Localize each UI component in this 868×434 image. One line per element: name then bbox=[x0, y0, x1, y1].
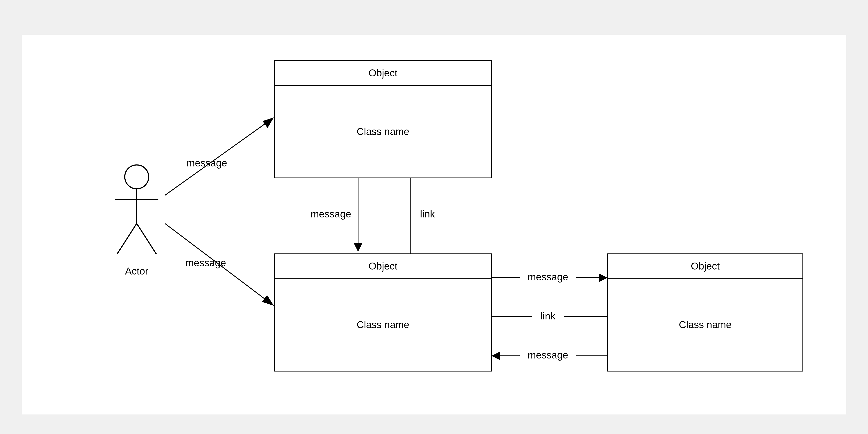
label-obj3-obj2-bot: message bbox=[528, 349, 568, 361]
diagram-svg: Actor Object Class name Object Class nam… bbox=[22, 35, 846, 414]
svg-marker-14 bbox=[262, 295, 274, 306]
object-box-2: Object Class name bbox=[275, 254, 492, 371]
connection-obj2-obj3-top: message bbox=[492, 271, 608, 284]
label-obj2-obj3-mid: link bbox=[540, 310, 556, 321]
connection-obj3-obj2-bot: message bbox=[492, 349, 608, 362]
svg-line-4 bbox=[137, 223, 156, 254]
svg-marker-16 bbox=[354, 243, 362, 252]
label-actor-obj1: message bbox=[187, 157, 227, 168]
svg-marker-12 bbox=[262, 117, 274, 128]
connection-obj1-obj2-link: link bbox=[410, 178, 435, 254]
label-obj1-obj2-arrow: message bbox=[311, 208, 351, 220]
connection-actor-obj2: message bbox=[165, 223, 274, 306]
connection-obj2-obj3-mid: link bbox=[492, 310, 608, 323]
svg-marker-19 bbox=[599, 273, 608, 282]
diagram-canvas: Actor Object Class name Object Class nam… bbox=[22, 35, 846, 414]
object-2-header: Object bbox=[369, 260, 398, 272]
label-actor-obj2: message bbox=[186, 257, 226, 269]
label-obj1-obj2-link: link bbox=[420, 208, 435, 220]
svg-point-0 bbox=[125, 165, 149, 189]
object-2-body: Class name bbox=[357, 319, 409, 330]
connection-obj1-obj2-arrow: message bbox=[311, 178, 362, 252]
object-1-header: Object bbox=[369, 67, 398, 79]
object-box-3: Object Class name bbox=[608, 254, 803, 371]
object-1-body: Class name bbox=[357, 126, 409, 137]
object-3-body: Class name bbox=[679, 319, 732, 330]
svg-marker-24 bbox=[492, 351, 500, 360]
object-box-1: Object Class name bbox=[275, 61, 492, 178]
label-obj2-obj3-top: message bbox=[528, 271, 568, 282]
actor-label: Actor bbox=[125, 266, 148, 277]
connection-actor-obj1: message bbox=[165, 117, 274, 195]
object-3-header: Object bbox=[691, 260, 720, 272]
svg-line-3 bbox=[117, 223, 137, 254]
actor-figure bbox=[115, 165, 158, 254]
